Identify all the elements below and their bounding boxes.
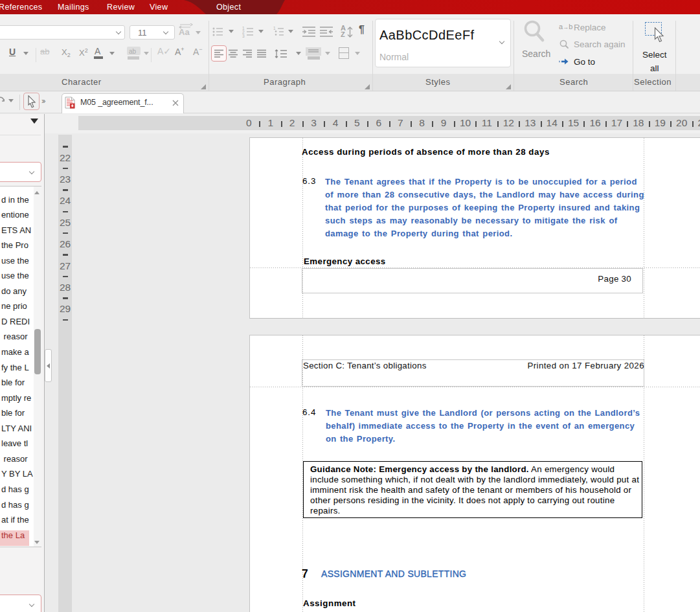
svg-text:3: 3 xyxy=(242,34,245,38)
svg-text:1: 1 xyxy=(273,26,276,30)
